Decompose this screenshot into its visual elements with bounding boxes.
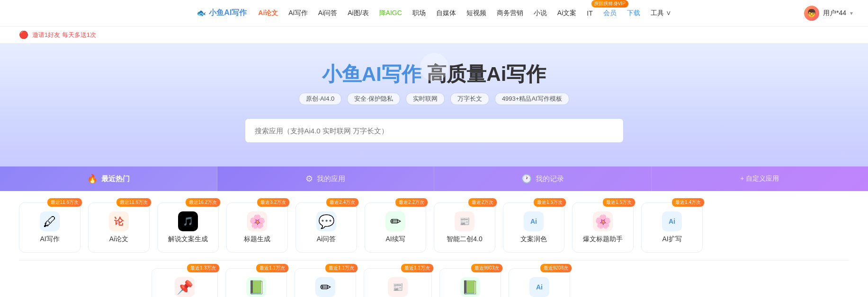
- card-text-polish[interactable]: 最近1.5万次 Ai 文案润色: [503, 202, 564, 253]
- qa-icon: 💬: [316, 211, 336, 231]
- card-badge-r2-2: 最近1.1万次: [325, 264, 358, 272]
- nav-item-aigc[interactable]: 降AIGC: [379, 9, 402, 17]
- card-ai-lunwen[interactable]: 最近11.6万次 论 Ai论文: [88, 202, 150, 253]
- card-style-rewrite[interactable]: 最近1.1万次 ✏ 文章风格改写: [295, 268, 356, 297]
- card-label-6: 智能二创4.0: [447, 235, 482, 244]
- hero-tags: 原创·AI4.0 安全·保护隐私 实时联网 万字长文 4993+精品AI写作模板: [9, 93, 859, 105]
- nav-item-zimei[interactable]: 自媒体: [436, 9, 456, 17]
- hero-tag-4: 4993+精品AI写作模板: [495, 93, 569, 105]
- card-tiktok-text[interactable]: 最近16.2万次 🎵 解说文案生成: [157, 202, 219, 253]
- polish-icon: Ai: [524, 211, 544, 231]
- card-badge-2: 最近16.2万次: [186, 198, 220, 207]
- card-label-3: 标题生成: [244, 235, 270, 244]
- writing-icon: 🖊: [40, 211, 60, 231]
- nav-item-xiezuo[interactable]: Ai写作: [288, 9, 307, 17]
- nav-item-shipin[interactable]: 短视频: [466, 9, 486, 17]
- apps-icon: ⚙: [305, 174, 313, 184]
- nav-item-member[interactable]: 会员: [603, 9, 617, 17]
- card-badge-7: 最近1.5万次: [534, 198, 566, 207]
- lunwen-icon: 论: [109, 211, 129, 231]
- card-badge-1: 最近11.6万次: [116, 198, 151, 207]
- card-badge-3: 最近3.2万次: [257, 198, 289, 207]
- cards-section: 最近11.6万次 🖊 AI写作 最近11.6万次 论 Ai论文 最近16.2万次…: [0, 191, 868, 297]
- notice-bar: 🔴 邀请1好友 每天多送1次: [0, 26, 868, 44]
- nav-item-tubiaoabiao[interactable]: Ai图/表: [348, 9, 368, 17]
- cards-row-1: 最近11.6万次 🖊 AI写作 最近11.6万次 论 Ai论文 最近16.2万次…: [19, 202, 849, 253]
- nav-item-wenwen[interactable]: Ai文案: [557, 9, 576, 17]
- card-badge-r2-3: 最近1.1万次: [401, 264, 433, 272]
- card-label-1: Ai论文: [109, 235, 128, 244]
- article-gen-icon: Ai: [529, 277, 549, 297]
- user-menu[interactable]: 👦 用户*44 ▾: [804, 6, 853, 21]
- fish-icon: 🐟: [197, 9, 206, 17]
- card-ai-continue[interactable]: 最近2.2万次 ✏ AI续写: [365, 202, 426, 253]
- expand-icon: Ai: [662, 211, 682, 231]
- search-box[interactable]: [245, 118, 624, 143]
- card-badge-5: 最近2.2万次: [395, 198, 428, 207]
- cards-row-2: 最近1.3万次 📌 三段式标题生成 最近1.1万次 📗 小说续写 最近1.1万次…: [152, 268, 849, 297]
- nav-item-download[interactable]: 下载: [627, 9, 640, 17]
- hot-title-icon: 🌸: [593, 211, 613, 231]
- novel-continue-icon: 📗: [246, 277, 266, 297]
- logo-text: 小鱼AI写作: [209, 8, 247, 18]
- nav-item-tools[interactable]: 工具 ∨: [651, 9, 671, 17]
- hero-tag-0: 原创·AI4.0: [299, 93, 341, 105]
- rewrite-para-icon: 📰: [388, 277, 408, 297]
- tab-recent-hot[interactable]: 🔥 最近热门: [0, 166, 217, 191]
- nav-item-wenda[interactable]: Ai问答: [318, 9, 337, 17]
- card-ai-novel[interactable]: 最近9903次 📗 Ai写小说: [439, 268, 501, 297]
- tab-recent-label: 最近热门: [101, 175, 130, 183]
- search-input[interactable]: [255, 127, 614, 135]
- card-label-2: 解说文案生成: [168, 235, 208, 244]
- card-novel-continue[interactable]: 最近1.1万次 📗 小说续写: [225, 268, 287, 297]
- nav-item-lunwen[interactable]: Ai论文: [258, 9, 278, 17]
- tab-my-apps[interactable]: ⚙ 我的应用: [217, 166, 435, 191]
- ai-novel-icon: 📗: [460, 277, 480, 297]
- card-label-9: AI扩写: [662, 235, 681, 244]
- card-ai-qa[interactable]: 最近2.4万次 💬 Ai问答: [295, 202, 357, 253]
- member-badge: 庆国庆终身VIP: [591, 0, 628, 8]
- tab-records-label: 我的记录: [536, 175, 564, 183]
- card-badge-r2-5: 最近9208次: [540, 264, 572, 272]
- nav-member-wrap: 庆国庆终身VIP 会员: [603, 9, 617, 17]
- card-badge-0: 最近11.6万次: [47, 198, 82, 207]
- tab-custom-apps[interactable]: + 自定义应用: [652, 166, 868, 191]
- hero-tag-3: 万字长文: [450, 93, 489, 105]
- hero-decoration: [420, 53, 448, 81]
- card-three-title[interactable]: 最近1.3万次 📌 三段式标题生成: [152, 268, 218, 297]
- tab-custom-label: + 自定义应用: [740, 175, 779, 183]
- card-badge-6: 最近2万次: [468, 198, 497, 207]
- fire-icon: 🔥: [87, 174, 98, 184]
- row-divider: [19, 260, 849, 261]
- nav-item-xiaoshuo[interactable]: 小说: [534, 9, 547, 17]
- hero-section: 小鱼AI写作 高质量Ai写作 原创·AI4.0 安全·保护隐私 实时联网 万字长…: [0, 44, 868, 166]
- hero-tag-2: 实时联网: [406, 93, 445, 105]
- card-hot-title[interactable]: 最近1.5万次 🌸 爆文标题助手: [572, 202, 634, 253]
- nav-item-shangwu[interactable]: 商务营销: [497, 9, 523, 17]
- smart-icon: 📰: [455, 211, 474, 231]
- hero-brand: 小鱼AI写作: [322, 63, 421, 85]
- three-title-icon: 📌: [175, 277, 195, 297]
- clock-icon: 🕐: [521, 174, 532, 184]
- card-smart-create[interactable]: 最近2万次 📰 智能二创4.0: [434, 202, 495, 253]
- card-article-gen[interactable]: 最近9208次 Ai 文章生成: [509, 268, 570, 297]
- card-ai-rewrite-para[interactable]: 最近1.1万次 📰 AI改写-保留段落: [364, 268, 432, 297]
- card-label-8: 爆文标题助手: [583, 235, 623, 244]
- card-badge-r2-4: 最近9903次: [471, 264, 502, 272]
- tab-my-records[interactable]: 🕐 我的记录: [434, 166, 652, 191]
- tabs-bar: 🔥 最近热门 ⚙ 我的应用 🕐 我的记录 + 自定义应用: [0, 166, 868, 191]
- logo[interactable]: 🐟 小鱼AI写作: [197, 8, 247, 18]
- nav-item-zhichang[interactable]: 职场: [412, 9, 426, 17]
- header: 🐟 小鱼AI写作 Ai论文 Ai写作 Ai问答 Ai图/表 降AIGC 职场 自…: [0, 0, 868, 26]
- card-ai-writing[interactable]: 最近11.6万次 🖊 AI写作: [19, 202, 81, 253]
- tab-myapps-label: 我的应用: [317, 175, 345, 183]
- nav-item-it[interactable]: IT: [587, 9, 592, 17]
- card-label-7: 文案润色: [520, 235, 547, 244]
- card-badge-r2-1: 最近1.1万次: [256, 264, 288, 272]
- chevron-down-icon: ▾: [850, 10, 853, 17]
- card-label-0: AI写作: [40, 235, 59, 244]
- card-ai-expand[interactable]: 最近1.4万次 Ai AI扩写: [641, 202, 703, 253]
- tiktok-icon: 🎵: [178, 211, 198, 231]
- card-title-gen[interactable]: 最近3.2万次 🌸 标题生成: [226, 202, 288, 253]
- card-badge-9: 最近1.4万次: [672, 198, 704, 207]
